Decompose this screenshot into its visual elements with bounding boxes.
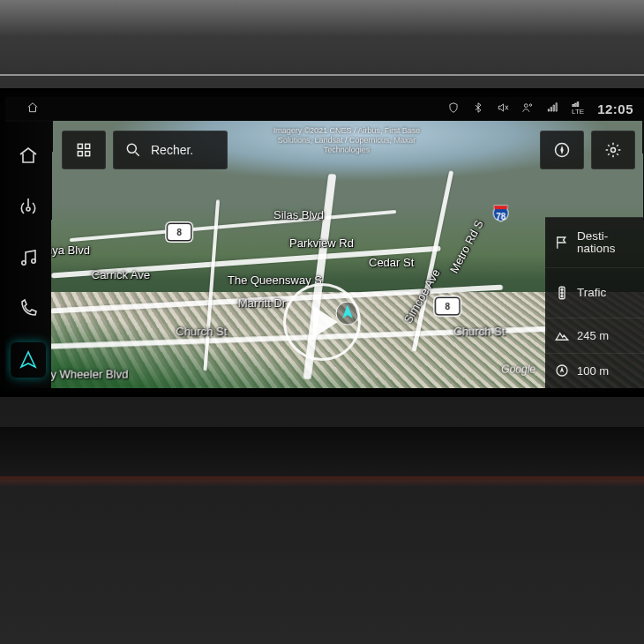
street-label: Church St: [176, 325, 227, 338]
dashboard-gloss: [0, 0, 644, 76]
mountain-icon: [554, 327, 570, 343]
car-dashboard: LTE 12:05: [0, 0, 644, 644]
nav-info-panel: Desti- nations Trafic 245 m 100 m: [545, 217, 644, 388]
street-label: ny Wheeler Blvd: [51, 368, 128, 381]
traffic-icon: [554, 285, 570, 301]
svg-rect-9: [86, 152, 90, 156]
clock: 12:05: [597, 101, 633, 116]
svg-point-3: [22, 261, 26, 265]
flag-icon: [554, 235, 570, 251]
street-label: Church St: [453, 325, 505, 338]
status-bar: LTE 12:05: [5, 97, 644, 120]
street-label: Parkview Rd: [289, 236, 354, 250]
apps-grid-button[interactable]: [62, 131, 106, 169]
rail-media[interactable]: [11, 240, 46, 275]
gear-icon: [604, 141, 622, 159]
profile-icon[interactable]: [521, 101, 534, 116]
street-label: Marritt Dr: [238, 296, 286, 310]
svg-point-12: [611, 148, 616, 153]
street-label: Metro Rd S: [447, 218, 486, 275]
svg-point-16: [561, 296, 563, 297]
lte-indicator: LTE: [571, 101, 585, 116]
nav-rail: [5, 122, 51, 388]
route-shield: 8: [436, 298, 459, 314]
target-icon: [554, 363, 570, 378]
svg-rect-6: [78, 144, 82, 148]
svg-point-4: [32, 259, 35, 263]
rail-radio[interactable]: [11, 189, 46, 224]
destinations-button[interactable]: Desti- nations: [545, 217, 644, 267]
traffic-button[interactable]: Trafic: [545, 267, 644, 318]
privacy-icon[interactable]: [447, 101, 460, 116]
map-provider: Google: [501, 365, 535, 375]
settings-button[interactable]: [591, 131, 635, 169]
altitude-readout: 245 m: [545, 318, 644, 353]
compass-icon: [553, 141, 571, 159]
svg-point-15: [561, 292, 563, 294]
street-label: Silas Blvd: [273, 208, 324, 221]
street-label: nya Blvd: [51, 243, 90, 257]
svg-point-1: [529, 103, 531, 105]
signal-icon[interactable]: [546, 101, 558, 116]
svg-point-14: [561, 288, 563, 290]
lower-dash-strip: [0, 427, 644, 480]
rail-phone[interactable]: [11, 291, 46, 326]
breadcrumb-home-icon[interactable]: [26, 101, 39, 116]
svg-point-0: [525, 103, 528, 107]
search-label: Recher.: [151, 143, 193, 157]
play-button[interactable]: [283, 283, 361, 361]
route-shield: 8: [168, 224, 191, 240]
compass-button[interactable]: [540, 131, 584, 169]
ambient-light: [0, 476, 644, 487]
svg-point-2: [26, 207, 30, 211]
svg-rect-8: [78, 152, 82, 156]
mute-icon[interactable]: [497, 101, 509, 116]
rail-home[interactable]: [11, 138, 46, 173]
scale-readout: 100 m: [545, 353, 644, 388]
street-label: Carrick Ave: [92, 268, 150, 281]
svg-rect-7: [86, 144, 90, 148]
map-attribution: Imagery ©2021 CNES / Airbus, First Base …: [237, 126, 457, 155]
street-label: Cedar St: [369, 256, 414, 269]
svg-point-10: [127, 144, 136, 153]
bluetooth-icon[interactable]: [472, 101, 484, 116]
highway-shield: 78: [490, 203, 512, 224]
search-icon: [124, 141, 142, 159]
rail-navigation[interactable]: [11, 342, 46, 378]
search-button[interactable]: Recher.: [113, 131, 228, 169]
